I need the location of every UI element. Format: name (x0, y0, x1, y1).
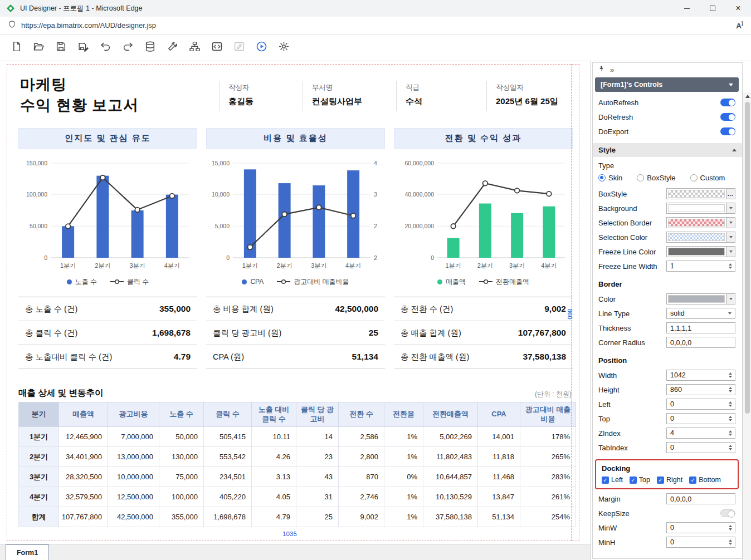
toolbar-save-as-button[interactable] (76, 40, 91, 55)
spin-up-icon[interactable] (729, 387, 732, 389)
top-spinner[interactable]: 0 (666, 413, 735, 424)
tab-form1[interactable]: Form1 (6, 544, 49, 560)
width-spinner[interactable]: 1042 (666, 370, 735, 381)
line-type-select[interactable]: solid (666, 308, 735, 319)
radio-option-skin[interactable]: Skin (598, 174, 622, 182)
radio-option-custom[interactable]: Custom (690, 174, 725, 182)
spinner-value: 0 (667, 524, 726, 532)
spin-down-icon[interactable] (729, 543, 732, 545)
design-canvas[interactable]: 마케팅 수익 현황 보고서 작성자홍길동부서명컨설팅사업부직급수석작성일자202… (0, 61, 591, 560)
pin-icon[interactable] (598, 65, 605, 75)
stat-row: 총 매출 합계 (원)107,767,800 (394, 321, 573, 345)
toolbar-new-file-button[interactable] (9, 40, 24, 55)
doexport-toggle[interactable] (720, 127, 735, 135)
spin-up-icon[interactable] (729, 401, 732, 404)
dock-checkbox-left[interactable]: ✓Left (602, 476, 623, 484)
zindex-spinner[interactable]: 4 (666, 428, 735, 439)
dorefresh-toggle[interactable] (720, 113, 735, 121)
table-cell: 10.11 (252, 427, 296, 447)
scrollbar-thumb[interactable] (745, 102, 750, 414)
dropdown-button[interactable] (726, 218, 735, 228)
dropdown-button[interactable] (726, 232, 735, 242)
stat-label: 총 전환 수 (건) (401, 304, 453, 315)
spin-up-icon[interactable] (729, 539, 732, 542)
spin-down-icon[interactable] (729, 376, 732, 378)
toolbar-sitemap-button[interactable] (187, 40, 202, 55)
table-cell: 130,000 (159, 447, 204, 467)
spin-up-icon[interactable] (729, 372, 732, 375)
spin-up-icon[interactable] (729, 445, 732, 447)
maximize-button[interactable] (700, 0, 725, 17)
freeze-line-width-spinner[interactable]: 1 (666, 261, 735, 272)
report-card[interactable]: 인지도 및 관심 유도050,000100,000150,0001분기2분기3분… (18, 128, 197, 369)
toolbar-database-button[interactable] (143, 40, 158, 55)
report-card[interactable]: 비용 및 효율성05,00010,00015,00043221분기2분기3분기4… (206, 128, 385, 369)
spin-down-icon[interactable] (729, 267, 732, 269)
boxstyle-boxstyle-picker[interactable]: … (666, 188, 735, 199)
keepsize-toggle[interactable] (720, 509, 735, 517)
legend-line-icon (277, 279, 290, 284)
svg-text:4분기: 4분기 (541, 262, 557, 269)
table-row: 4분기32,579,50012,500,000100,000405,2204.0… (19, 487, 576, 507)
dropdown-button[interactable] (726, 203, 735, 213)
controls-selector-dropdown[interactable]: [Form1]'s Controls (595, 77, 739, 92)
minw-spinner[interactable]: 0 (666, 522, 735, 533)
collapse-panel-icon[interactable]: » (610, 66, 614, 74)
left-spinner[interactable]: 0 (666, 399, 735, 410)
spin-down-icon[interactable] (729, 528, 732, 530)
scroll-up-icon[interactable] (745, 95, 750, 98)
toolbar-run-button[interactable] (254, 40, 269, 55)
spin-down-icon[interactable] (729, 390, 732, 392)
dock-checkbox-right[interactable]: ✓Right (657, 476, 682, 484)
ellipsis-button[interactable]: … (726, 189, 735, 199)
checkbox-icon: ✓ (630, 477, 637, 484)
table-cell: 1% (384, 487, 423, 507)
close-button[interactable]: × (725, 0, 751, 17)
dropdown-button[interactable] (726, 247, 735, 257)
background-color-dropdown[interactable] (666, 203, 735, 214)
spin-up-icon[interactable] (729, 416, 732, 418)
spin-down-icon[interactable] (729, 419, 732, 421)
style-section-header[interactable]: Style (593, 143, 742, 157)
toolbar-redo-button[interactable] (120, 40, 135, 55)
toolbar-save-button[interactable] (53, 40, 69, 55)
detail-table[interactable]: 분기매출액광고비용노출 수클릭 수노출 대비 클릭 수클릭 당 광고비전환 수전… (18, 402, 576, 527)
toolbar-tools-button[interactable] (165, 40, 180, 55)
stat-label: 총 클릭 수 (건) (25, 328, 77, 338)
legend-label: 매출액 (446, 277, 466, 287)
report-card[interactable]: 전환 및 수익 성과020,000,00040,000,00060,000,00… (394, 128, 573, 369)
corner-radius-input[interactable]: 0,0,0,0 (666, 337, 735, 348)
minh-spinner[interactable]: 0 (666, 537, 735, 548)
selection-color-color-dropdown[interactable] (666, 232, 735, 243)
dock-checkbox-bottom[interactable]: ✓Bottom (689, 476, 721, 484)
form-tab-strip: Form1 (0, 544, 591, 560)
spin-down-icon[interactable] (729, 448, 732, 450)
toolbar-open-folder-button[interactable] (31, 40, 46, 55)
thickness-input[interactable]: 1,1,1,1 (666, 322, 735, 333)
property-label: Freeze Line Color (598, 248, 656, 256)
color-color-dropdown[interactable] (666, 293, 735, 304)
dropdown-button[interactable] (726, 294, 735, 304)
tabindex-spinner[interactable]: 0 (666, 442, 735, 453)
height-spinner[interactable]: 860 (666, 384, 735, 395)
toolbar-code-button[interactable] (209, 40, 225, 55)
spin-down-icon[interactable] (729, 405, 732, 407)
freeze-line-color-color-dropdown[interactable] (666, 246, 735, 257)
read-aloud-icon[interactable]: A) (736, 21, 743, 30)
toolbar-undo-button[interactable] (98, 40, 113, 55)
selection-border-color-dropdown[interactable] (666, 217, 735, 228)
dock-checkbox-top[interactable]: ✓Top (630, 476, 650, 484)
spin-up-icon[interactable] (729, 430, 732, 433)
margin-input[interactable]: 0,0,0,0 (666, 493, 735, 504)
autorefresh-toggle[interactable] (720, 99, 735, 106)
url-text[interactable]: https://epa.bimatrix.com/AUD/designer.js… (21, 21, 736, 30)
spin-up-icon[interactable] (729, 263, 732, 266)
site-info-icon[interactable] (8, 20, 16, 31)
legend-line-icon (479, 279, 492, 284)
toolbar-settings-button[interactable] (276, 40, 291, 55)
panel-scrollbar[interactable] (743, 92, 751, 560)
spin-down-icon[interactable] (729, 434, 732, 436)
spin-up-icon[interactable] (729, 525, 732, 527)
radio-option-boxstyle[interactable]: BoxStyle (637, 174, 675, 182)
minimize-button[interactable] (674, 0, 700, 17)
